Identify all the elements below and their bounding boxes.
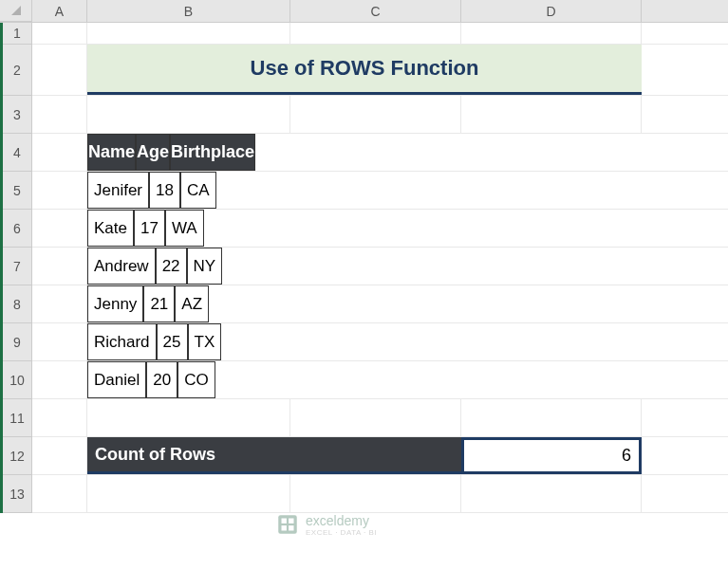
cell-a12[interactable] (32, 437, 87, 474)
cell-name[interactable]: Andrew (87, 248, 156, 285)
cell-age[interactable]: 22 (156, 248, 187, 285)
grid-cells: Use of ROWS Function Name Age Birthplace… (32, 23, 728, 513)
th-birthplace[interactable]: Birthplace (170, 134, 255, 171)
row-header-11[interactable]: 11 (3, 399, 32, 437)
row-header-8[interactable]: 8 (3, 285, 32, 323)
cell-a3[interactable] (32, 96, 87, 133)
cell-name[interactable]: Richard (87, 323, 157, 360)
cell-d13[interactable] (461, 475, 642, 512)
row-header-6[interactable]: 6 (3, 210, 32, 248)
cell-d1[interactable] (461, 23, 642, 44)
cell-a5[interactable] (32, 172, 87, 209)
table-row: Jenifer 18 CA (32, 172, 728, 210)
cell-age[interactable]: 17 (134, 210, 165, 247)
col-header-b[interactable]: B (87, 0, 290, 22)
cell-name[interactable]: Jenifer (87, 172, 149, 209)
grid-row-1 (32, 23, 728, 45)
grid-row-13 (32, 475, 728, 513)
table-header-row: Name Age Birthplace (32, 134, 728, 172)
cell-a7[interactable] (32, 248, 87, 285)
table-row: Jenny 21 AZ (32, 285, 728, 323)
spreadsheet-icon (275, 512, 300, 537)
row-header-4[interactable]: 4 (3, 134, 32, 172)
row-header-7[interactable]: 7 (3, 248, 32, 285)
cell-a1[interactable] (32, 23, 87, 44)
table-row: Kate 17 WA (32, 210, 728, 248)
cell-c11[interactable] (290, 399, 461, 436)
row-header-10[interactable]: 10 (3, 361, 32, 399)
svg-rect-2 (289, 519, 293, 524)
cell-name[interactable]: Kate (87, 210, 134, 247)
cell-b11[interactable] (87, 399, 290, 436)
row-header-12[interactable]: 12 (3, 437, 32, 475)
cell-bp[interactable]: NY (187, 248, 223, 285)
spreadsheet: A B C D 1 2 3 4 5 6 7 8 9 10 11 12 13 (0, 0, 728, 513)
row-header-9[interactable]: 9 (3, 323, 32, 361)
cell-d11[interactable] (461, 399, 642, 436)
table-row: Daniel 20 CO (32, 361, 728, 399)
row-header-3[interactable]: 3 (3, 96, 32, 134)
svg-rect-4 (289, 525, 293, 530)
col-header-d[interactable]: D (461, 0, 642, 22)
cell-bp[interactable]: CO (177, 361, 215, 398)
cell-bp[interactable]: CA (180, 172, 216, 209)
watermark: exceldemy EXCEL · DATA · BI (275, 512, 377, 537)
page-title[interactable]: Use of ROWS Function (87, 45, 642, 95)
grid-row-11 (32, 399, 728, 437)
cell-bp[interactable]: TX (188, 323, 222, 360)
cell-c13[interactable] (290, 475, 461, 512)
row-header-2[interactable]: 2 (3, 45, 32, 96)
svg-rect-3 (282, 525, 287, 530)
cell-a9[interactable] (32, 323, 87, 360)
table-row: Richard 25 TX (32, 323, 728, 361)
table-row: Andrew 22 NY (32, 248, 728, 285)
cell-a13[interactable] (32, 475, 87, 512)
cell-d3[interactable] (461, 96, 642, 133)
grid-row-2: Use of ROWS Function (32, 45, 728, 96)
cell-age[interactable]: 25 (157, 323, 188, 360)
watermark-brand: exceldemy (306, 513, 377, 528)
cell-age[interactable]: 21 (143, 285, 175, 322)
svg-rect-0 (278, 515, 297, 534)
th-age[interactable]: Age (136, 134, 170, 171)
cell-a2[interactable] (32, 45, 87, 95)
cell-a10[interactable] (32, 361, 87, 398)
cell-a8[interactable] (32, 285, 87, 322)
cell-b3[interactable] (87, 96, 290, 133)
cell-age[interactable]: 20 (146, 361, 177, 398)
th-name[interactable]: Name (87, 134, 136, 171)
cell-a4[interactable] (32, 134, 87, 171)
cell-name[interactable]: Jenny (87, 285, 143, 322)
cell-b13[interactable] (87, 475, 290, 512)
svg-rect-1 (282, 519, 287, 524)
cell-bp[interactable]: AZ (175, 285, 209, 322)
cell-b1[interactable] (87, 23, 290, 44)
col-header-c[interactable]: C (290, 0, 461, 22)
count-of-rows-value[interactable]: 6 (461, 437, 642, 474)
select-all-corner[interactable] (0, 0, 32, 22)
row-header-5[interactable]: 5 (3, 172, 32, 210)
watermark-sub: EXCEL · DATA · BI (306, 528, 377, 537)
row-header-1[interactable]: 1 (3, 23, 32, 45)
cell-a6[interactable] (32, 210, 87, 247)
col-header-a[interactable]: A (32, 0, 87, 22)
grid-row-3 (32, 96, 728, 134)
cell-a11[interactable] (32, 399, 87, 436)
column-header-row: A B C D (0, 0, 728, 23)
cell-age[interactable]: 18 (149, 172, 180, 209)
select-all-icon (11, 6, 21, 15)
cell-c3[interactable] (290, 96, 461, 133)
count-row: Count of Rows 6 (32, 437, 728, 475)
cell-bp[interactable]: WA (165, 210, 204, 247)
count-of-rows-label[interactable]: Count of Rows (87, 437, 461, 474)
cell-c1[interactable] (290, 23, 461, 44)
row-header-13[interactable]: 13 (3, 475, 32, 513)
row-headers: 1 2 3 4 5 6 7 8 9 10 11 12 13 (0, 23, 32, 513)
cell-name[interactable]: Daniel (87, 361, 146, 398)
